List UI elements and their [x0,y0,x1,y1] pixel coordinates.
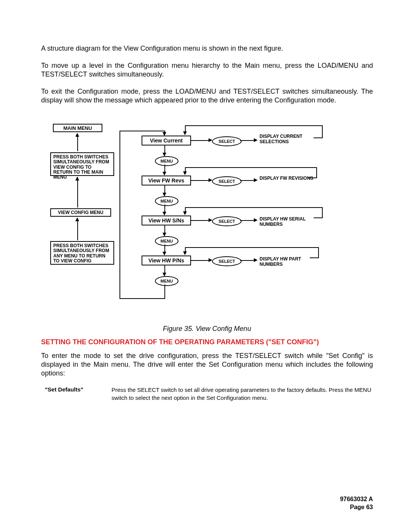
line [119,131,165,131]
line [240,140,255,141]
select-oval: SELECT [212,256,242,266]
line [322,207,323,218]
arrow-down-icon [162,212,166,216]
line [240,260,255,261]
line [119,298,157,299]
arrow-down-icon [183,251,187,255]
line [314,137,323,138]
menu-item-box: View HW S/Ns [142,216,191,225]
select-oval: SELECT [212,216,242,226]
line [316,167,317,178]
arrow-down-icon [183,131,187,135]
page-number: Page 63 [340,503,373,511]
display-label: DISPLAY FW REVISIONS [260,176,317,181]
doc-number: 97663032 A [340,495,373,503]
line [185,167,317,168]
select-oval: SELECT [212,176,242,186]
arrow-right-icon [254,178,258,182]
page-footer: 97663032 A Page 63 [340,495,373,511]
option-row: "Set Defaults" Press the SELECT switch t… [41,386,373,402]
line [240,180,255,181]
menu-oval: MENU [155,236,178,246]
arrow-up-icon [75,217,79,221]
menu-oval: MENU [155,196,178,206]
line [191,140,210,141]
display-label: DISPLAY HW PART NUMBERS [260,257,320,267]
menu-item-box: View Current [142,136,191,145]
line [164,284,165,299]
line [191,260,210,261]
arrow-down-icon [183,171,187,175]
line [185,247,319,248]
display-label: DISPLAY CURRENT SELECTIONS [260,134,317,145]
arrow-up-icon [75,133,79,137]
section-heading: SETTING THE CONFIGURATION OF THE OPERATI… [41,338,373,346]
line [77,136,78,151]
arrow-down-icon [162,172,166,176]
note-bottom-box: PRESS BOTH SWITCHES SIMULTANEOUSLY FROM … [50,241,114,265]
intro-paragraph-2: To move up a level in the Configuration … [41,61,373,79]
line [314,217,323,218]
main-menu-box: MAIN MENU [53,124,102,132]
arrow-right-icon [254,138,258,142]
line [156,298,165,299]
line [318,247,319,258]
arrow-right-icon [254,218,258,222]
menu-item-box: View HW P/Ns [142,256,191,265]
menu-item-box: View FW Revs [142,176,191,185]
intro-paragraph-3: To exit the Configuration mode, press th… [41,87,373,105]
view-config-menu-box: VIEW CONFIG MENU [50,208,111,217]
option-description: Press the SELECT switch to set all drive… [112,386,373,402]
arrow-right-icon [254,258,258,262]
view-config-diagram: MAIN MENU PRESS BOTH SWITCHES SIMULTANEO… [43,124,371,318]
line [310,257,319,258]
line [77,218,78,240]
line [185,125,323,126]
option-label: "Set Defaults" [41,386,112,402]
arrow-down-icon [162,252,166,256]
intro-paragraph-1: A structure diagram for the View Configu… [41,44,373,53]
line [240,220,255,221]
section-body: To enter the mode to set the drive confi… [41,351,373,378]
figure-caption: Figure 35. View Config Menu [41,325,373,333]
line [191,220,210,221]
display-label: DISPLAY HW SERIAL NUMBERS [260,217,320,227]
select-oval: SELECT [212,136,242,146]
note-top-box: PRESS BOTH SWITCHES SIMULTANEOUSLY FROM … [50,152,114,176]
menu-oval: MENU [155,156,178,166]
line [308,177,317,178]
arrow-down-icon [183,211,187,215]
line [191,180,210,181]
line [185,207,323,208]
line [77,177,78,208]
line [119,131,120,299]
menu-oval: MENU [155,276,178,286]
line [322,125,323,138]
arrow-up-icon [75,177,79,181]
